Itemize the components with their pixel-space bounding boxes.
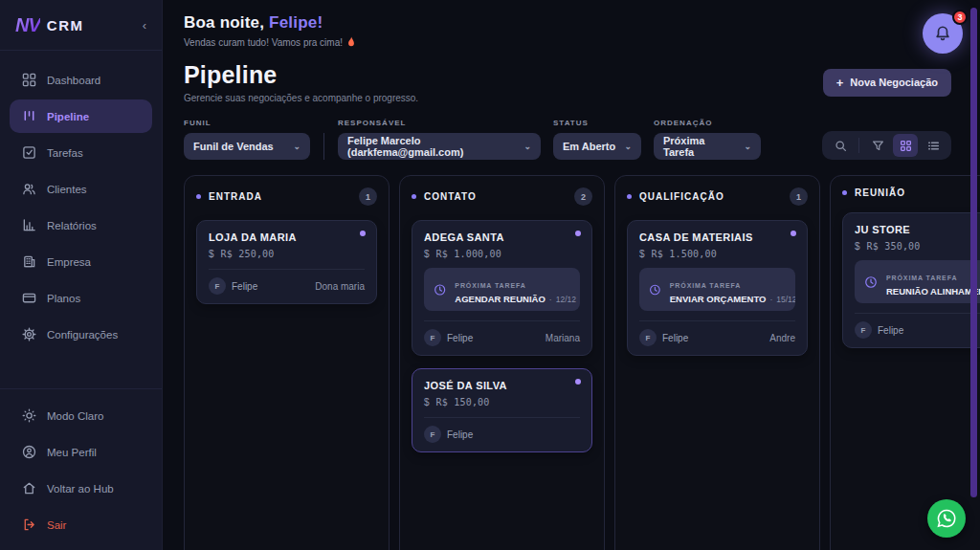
column-cards: CASA DE MATERIAIS $ R$ 1.500,00 PRÓXIMA … [627,220,808,356]
deal-owner: F Felipe [209,277,257,295]
sidebar-item-empresa[interactable]: Empresa [10,245,152,278]
greeting: Boa noite, Felipe! [184,13,356,33]
sidebar-item-voltar-hub[interactable]: Voltar ao Hub [10,472,152,505]
next-task-chip[interactable]: PRÓXIMA TAREFA AGENDAR REUNIÃO · 12/12 [424,268,580,311]
filter-funnel-label: FUNIL [184,119,310,127]
sidebar-item-relatorios[interactable]: Relatórios [10,209,152,242]
deal-amount: R$ 150,00 [436,397,490,407]
gear-icon [22,327,36,341]
card-footer: F Felipe Mariana [424,329,580,346]
funnel-select[interactable]: Funil de Vendas ⌄ [184,133,310,160]
list-view-button[interactable] [921,134,946,157]
sidebar-item-label: Voltar ao Hub [47,483,114,495]
next-task-chip[interactable]: PRÓXIMA TAREFA ENVIAR ORÇAMENTO · 15/12 [639,268,795,311]
next-task-name: REUNIÃO ALINHAMENTO [886,286,980,297]
status-select[interactable]: Em Aberto ⌄ [553,133,641,160]
pipeline-board: ENTRADA 1 LOJA DA MARIA $ R$ 250,00 [184,175,980,550]
vertical-scrollbar[interactable] [970,8,977,497]
next-task-label: PRÓXIMA TAREFA [670,282,741,289]
deal-value: $ R$ 1.000,00 [424,249,580,259]
chevron-down-icon: ⌄ [523,142,531,151]
clock-icon [649,283,661,297]
sidebar-item-clientes[interactable]: Clientes [10,172,152,206]
sidebar-item-tarefas[interactable]: Tarefas [10,136,152,169]
deal-card-jose-da-silva[interactable]: JOSÉ DA SILVA $ R$ 150,00 F Felipe [412,368,592,452]
whatsapp-button[interactable] [927,499,966,538]
contact-name: Andre [769,333,795,343]
currency-icon: $ [855,241,860,252]
column-count-badge: 1 [359,187,377,206]
currency-icon: $ [209,249,214,259]
new-deal-button[interactable]: + Nova Negociação [823,69,951,97]
dot-separator: · [769,295,772,304]
owner-select[interactable]: Felipe Marcelo (darkfema@gmail.com) ⌄ [338,133,541,160]
kanban-view-button[interactable] [893,134,918,157]
sidebar-item-label: Planos [47,293,80,304]
next-task-info: PRÓXIMA TAREFA ENVIAR ORÇAMENTO · 15/12 [670,275,786,304]
deal-dot-icon [360,231,366,236]
avatar: F [855,321,872,339]
deal-owner: F Felipe [855,321,903,339]
sidebar-item-pipeline[interactable]: Pipeline [10,99,152,133]
deal-value: $ R$ 250,00 [209,249,365,259]
deal-card-loja-da-maria[interactable]: LOJA DA MARIA $ R$ 250,00 F Felipe Dona … [196,220,377,304]
search-button[interactable] [828,134,853,157]
sidebar-item-dashboard[interactable]: Dashboard [10,63,152,97]
deal-value: $ R$ 150,00 [424,397,580,407]
next-task-chip[interactable]: PRÓXIMA TAREFA REUNIÃO ALINHAMENTO [855,260,980,303]
deal-dot-icon [575,231,581,236]
sidebar-item-sair[interactable]: Sair [10,508,152,541]
dot-separator: · [549,295,552,304]
owner-name: Felipe [662,333,688,343]
order-select[interactable]: Próxima Tarefa ⌄ [654,133,761,160]
clock-icon [864,275,878,289]
deal-title: JOSÉ DA SILVA [424,380,580,391]
sidebar-footer: Modo Claro Meu Perfil Voltar ao Hub Sair [0,388,162,550]
currency-icon: $ [424,249,430,259]
deal-card-adega-santa[interactable]: ADEGA SANTA $ R$ 1.000,00 PRÓXIMA TAREFA… [412,220,592,356]
deal-card-casa-de-materiais[interactable]: CASA DE MATERIAIS $ R$ 1.500,00 PRÓXIMA … [627,220,808,356]
filter-order-label: ORDENAÇÃO [654,119,761,127]
owner-name: Felipe [447,333,473,343]
deal-amount: R$ 1.500,00 [652,249,717,259]
sidebar-item-meu-perfil[interactable]: Meu Perfil [10,435,152,469]
sidebar-nav: Dashboard Pipeline Tarefas Clientes Rela… [0,51,162,354]
toolbar-divider [858,138,859,153]
dashboard-icon [22,73,36,87]
column-title: QUALIFICAÇÃO [639,191,724,202]
avatar: F [424,329,441,346]
new-deal-label: Nova Negociação [850,77,938,88]
avatar: F [639,329,657,346]
deal-card-ju-store[interactable]: JU STORE $ R$ 350,00 PRÓXIMA TAREFA REUN… [842,212,980,348]
deal-title: ADEGA SANTA [424,231,580,243]
sidebar-item-planos[interactable]: Planos [10,281,152,315]
filter-order: ORDENAÇÃO Próxima Tarefa ⌄ [654,119,761,160]
users-icon [22,182,36,196]
stage-dot-icon [412,194,416,199]
tagline: Vendas curam tudo! Vamos pra cima! [184,36,356,48]
credit-card-icon [22,291,36,305]
next-task-row: AGENDAR REUNIÃO · 12/12 [455,294,570,304]
column-qualificacao: QUALIFICAÇÃO 1 CASA DE MATERIAIS $ R$ 1.… [614,175,820,550]
next-task-label: PRÓXIMA TAREFA [886,275,957,281]
deal-dot-icon [575,379,581,385]
status-value: Em Aberto [563,141,615,152]
sidebar-collapse-icon[interactable]: ‹ [143,19,146,32]
grid-view-icon [900,140,912,152]
sidebar-item-configuracoes[interactable]: Configurações [10,318,152,351]
deal-dot-icon [791,231,796,236]
contact-name: Dona maria [315,281,365,292]
next-task-label: PRÓXIMA TAREFA [455,282,525,289]
deal-value: $ R$ 1.500,00 [639,249,795,259]
sidebar-item-label: Dashboard [47,75,100,86]
check-square-icon [22,145,36,160]
next-task-row: ENVIAR ORÇAMENTO · 15/12 [670,294,786,304]
deal-amount: R$ 350,00 [867,241,921,252]
card-footer: F Felipe [424,426,580,443]
owner-name: Felipe [447,429,473,440]
column-title: REUNIÃO [855,187,905,198]
deal-title: JU STORE [855,224,980,235]
deal-title: LOJA DA MARIA [209,231,365,243]
sidebar-item-modo-claro[interactable]: Modo Claro [10,399,152,432]
filter-button[interactable] [865,134,890,157]
